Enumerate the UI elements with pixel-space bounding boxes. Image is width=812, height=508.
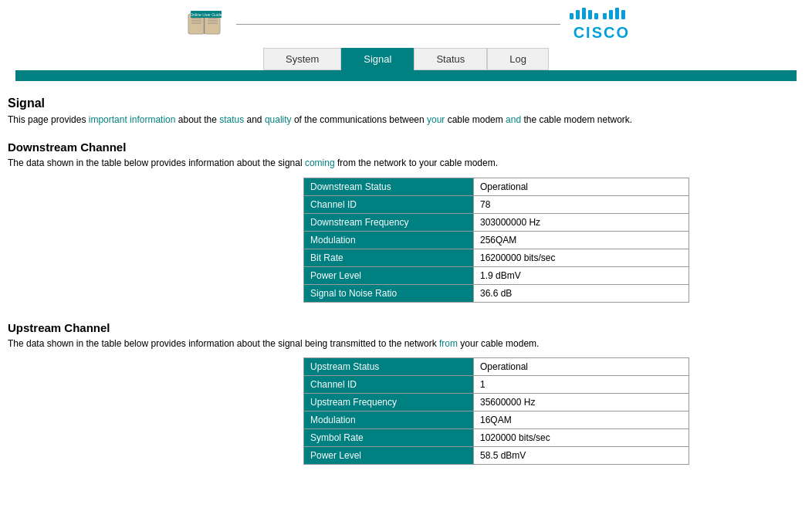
downstream-channel-id-value: 78: [474, 195, 689, 213]
upstream-modulation-label: Modulation: [304, 411, 474, 429]
page-title: Signal: [8, 97, 797, 110]
downstream-snr-value: 36.6 dB: [474, 284, 689, 302]
table-row: Downstream Frequency 303000000 Hz: [304, 213, 689, 231]
upstream-frequency-value: 35600000 Hz: [474, 394, 689, 411]
upstream-powerlevel-label: Power Level: [304, 447, 474, 465]
table-row: Signal to Noise Ratio 36.6 dB: [304, 284, 689, 302]
page-description: This page provides important information…: [8, 113, 797, 127]
page-header: Online User Guide CISCO: [0, 0, 812, 48]
tab-system[interactable]: System: [263, 48, 341, 70]
table-row: Downstream Status Operational: [304, 178, 689, 195]
svg-rect-17: [594, 13, 598, 19]
table-row: Symbol Rate 1020000 bits/sec: [304, 429, 689, 447]
tab-signal[interactable]: Signal: [341, 48, 414, 70]
svg-text:Online User Guide: Online User Guide: [190, 12, 222, 17]
svg-rect-14: [576, 10, 580, 19]
svg-rect-21: [621, 10, 625, 19]
table-row: Channel ID 1: [304, 376, 689, 394]
downstream-bitrate-value: 16200000 bits/sec: [474, 249, 689, 266]
upstream-modulation-value: 16QAM: [474, 411, 689, 429]
upstream-channel-desc: The data shown in the table below provid…: [8, 337, 797, 351]
upstream-channel-id-label: Channel ID: [304, 376, 474, 394]
desc-highlight-5: and: [506, 114, 521, 125]
table-row: Channel ID 78: [304, 195, 689, 213]
table-row: Power Level 1.9 dBmV: [304, 266, 689, 284]
upstream-status-value: Operational: [474, 358, 689, 376]
downstream-status-label: Downstream Status: [304, 178, 474, 195]
page-content: Signal This page provides important info…: [0, 81, 812, 499]
cisco-dots-icon: [568, 6, 630, 24]
upstream-symbolrate-label: Symbol Rate: [304, 429, 474, 447]
table-row: Modulation 256QAM: [304, 231, 689, 249]
cisco-text: CISCO: [573, 24, 630, 42]
upstream-status-label: Upstream Status: [304, 358, 474, 376]
downstream-frequency-label: Downstream Frequency: [304, 213, 474, 231]
svg-rect-18: [603, 13, 607, 19]
upstream-symbolrate-value: 1020000 bits/sec: [474, 429, 689, 447]
table-row: Upstream Frequency 35600000 Hz: [304, 394, 689, 411]
desc-highlight-4: your: [427, 114, 445, 125]
user-guide-logo: Online User Guide: [182, 8, 228, 39]
upstream-table: Upstream Status Operational Channel ID 1…: [303, 357, 689, 465]
svg-rect-13: [570, 13, 573, 19]
tab-log[interactable]: Log: [487, 48, 549, 70]
downstream-channel-desc: The data shown in the table below provid…: [8, 157, 797, 170]
downstream-powerlevel-value: 1.9 dBmV: [474, 266, 689, 284]
upstream-frequency-label: Upstream Frequency: [304, 394, 474, 411]
downstream-bitrate-label: Bit Rate: [304, 249, 474, 266]
downstream-modulation-value: 256QAM: [474, 231, 689, 249]
downstream-channel-id-label: Channel ID: [304, 195, 474, 213]
table-row: Modulation 16QAM: [304, 411, 689, 429]
svg-rect-16: [588, 10, 592, 19]
table-row: Bit Rate 16200000 bits/sec: [304, 249, 689, 266]
nav-tabs: System Signal Status Log: [0, 48, 812, 70]
svg-rect-15: [582, 8, 586, 19]
upstream-channel-id-value: 1: [474, 376, 689, 394]
desc-highlight-1: important information: [89, 114, 176, 125]
downstream-channel-title: Downstream Channel: [8, 141, 797, 154]
svg-rect-19: [609, 10, 613, 19]
cisco-logo: CISCO: [568, 6, 630, 42]
downstream-powerlevel-label: Power Level: [304, 266, 474, 284]
downstream-snr-label: Signal to Noise Ratio: [304, 284, 474, 302]
downstream-status-value: Operational: [474, 178, 689, 195]
table-row: Power Level 58.5 dBmV: [304, 447, 689, 465]
svg-rect-20: [615, 8, 619, 19]
desc-highlight-3: quality: [265, 114, 292, 125]
desc-highlight-2: status: [219, 114, 244, 125]
downstream-table: Downstream Status Operational Channel ID…: [303, 178, 689, 303]
header-divider: [236, 24, 560, 25]
tab-status[interactable]: Status: [414, 48, 487, 70]
upstream-powerlevel-value: 58.5 dBmV: [474, 447, 689, 465]
downstream-frequency-value: 303000000 Hz: [474, 213, 689, 231]
teal-divider-bar: [15, 70, 797, 81]
downstream-modulation-label: Modulation: [304, 231, 474, 249]
downstream-desc-highlight: coming: [305, 157, 335, 168]
upstream-channel-title: Upstream Channel: [8, 321, 797, 334]
upstream-desc-highlight: from: [439, 338, 458, 349]
table-row: Upstream Status Operational: [304, 358, 689, 376]
